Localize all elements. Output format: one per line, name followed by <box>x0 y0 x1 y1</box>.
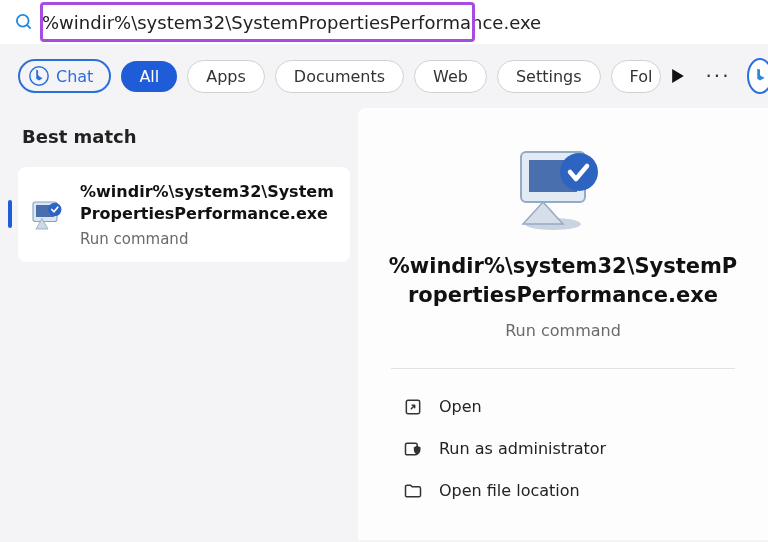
result-text: %windir%\system32\SystemPropertiesPerfor… <box>80 181 338 248</box>
tab-settings[interactable]: Settings <box>497 60 601 93</box>
svg-point-5 <box>48 203 62 217</box>
scroll-right-button[interactable] <box>671 60 685 92</box>
run-command-icon <box>30 196 66 232</box>
svg-line-1 <box>27 25 31 29</box>
result-item[interactable]: %windir%\system32\SystemPropertiesPerfor… <box>18 167 350 262</box>
detail-panel: %windir%\system32\SystemPropertiesPerfor… <box>358 108 768 540</box>
tab-apps[interactable]: Apps <box>187 60 265 93</box>
bing-button[interactable] <box>747 58 768 94</box>
tab-chat[interactable]: Chat <box>18 59 111 93</box>
action-open-file-location[interactable]: Open file location <box>391 471 735 511</box>
results-column: Best match %windir%\system32\SystemPrope… <box>0 108 358 540</box>
shield-icon <box>403 439 423 459</box>
tab-label: Settings <box>516 67 582 86</box>
action-run-as-administrator[interactable]: Run as administrator <box>391 429 735 469</box>
search-bar <box>0 0 768 44</box>
open-icon <box>403 397 423 417</box>
action-label: Open <box>439 397 482 416</box>
result-title: %windir%\system32\SystemPropertiesPerfor… <box>80 181 338 226</box>
folder-icon <box>403 481 423 501</box>
search-input-container <box>42 6 758 38</box>
tab-label: Chat <box>56 67 93 86</box>
content-area: Best match %windir%\system32\SystemPrope… <box>0 108 768 540</box>
divider <box>391 368 735 369</box>
tab-label: Documents <box>294 67 385 86</box>
tab-label: Web <box>433 67 468 86</box>
action-label: Run as administrator <box>439 439 606 458</box>
result-subtitle: Run command <box>80 230 338 248</box>
tab-folders[interactable]: Fol <box>611 60 662 93</box>
tab-documents[interactable]: Documents <box>275 60 404 93</box>
tab-web[interactable]: Web <box>414 60 487 93</box>
svg-point-0 <box>17 15 29 27</box>
search-input[interactable] <box>42 12 758 33</box>
filter-tabs: Chat All Apps Documents Web Settings Fol… <box>0 44 768 108</box>
tab-all[interactable]: All <box>121 61 177 92</box>
search-icon <box>14 12 34 32</box>
detail-title: %windir%\system32\SystemPropertiesPerfor… <box>376 252 750 311</box>
action-list: Open Run as administrator Open file loca… <box>391 387 735 511</box>
selection-indicator <box>8 200 12 228</box>
bing-icon <box>28 65 50 87</box>
action-label: Open file location <box>439 481 580 500</box>
action-open[interactable]: Open <box>391 387 735 427</box>
tab-label: All <box>139 67 159 86</box>
section-header: Best match <box>18 126 350 147</box>
detail-subtitle: Run command <box>505 321 621 340</box>
tab-label: Apps <box>206 67 246 86</box>
more-options-button[interactable]: ··· <box>705 60 730 92</box>
tab-label: Fol <box>630 67 653 86</box>
run-command-icon <box>513 142 613 232</box>
